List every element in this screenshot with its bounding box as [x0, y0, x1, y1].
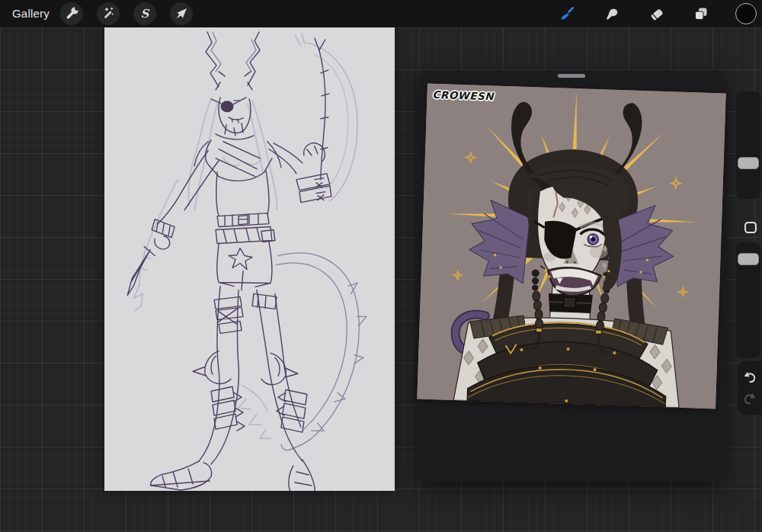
undo-redo-panel — [738, 361, 762, 415]
eraser-icon — [648, 5, 666, 23]
panel-drag-handle[interactable] — [558, 74, 585, 78]
magic-wand-icon — [99, 5, 117, 23]
layers-icon — [692, 5, 710, 23]
brush-size-slider[interactable] — [736, 91, 760, 199]
smudge-finger-icon — [603, 5, 621, 23]
drawing-canvas[interactable] — [104, 27, 395, 491]
reference-artwork — [417, 84, 726, 409]
erase-tool-button[interactable] — [647, 4, 667, 24]
brush-size-handle[interactable] — [738, 157, 759, 169]
color-swatch-circle[interactable] — [735, 3, 757, 24]
undo-button[interactable] — [742, 370, 757, 385]
transform-arrow-icon — [172, 5, 190, 23]
transform-button[interactable] — [170, 2, 193, 25]
artist-watermark: CROWESN — [432, 88, 494, 103]
paint-tool-button[interactable] — [557, 4, 577, 24]
reference-companion-panel[interactable]: CROWESN — [418, 70, 725, 482]
selection-s-icon: S — [136, 5, 154, 23]
wrench-icon — [62, 5, 81, 23]
top-toolbar: Gallery S — [0, 0, 762, 27]
reference-image: CROWESN — [417, 84, 726, 409]
gallery-button[interactable]: Gallery — [12, 7, 50, 20]
actions-button[interactable] — [60, 2, 83, 25]
sketch-eyepatch — [221, 101, 234, 112]
brush-opacity-slider[interactable] — [736, 242, 760, 358]
workspace-background[interactable]: CROWESN — [0, 27, 762, 532]
adjustments-button[interactable] — [97, 2, 120, 25]
modify-button[interactable] — [744, 222, 757, 233]
smudge-tool-button[interactable] — [602, 4, 622, 24]
selection-button[interactable]: S — [133, 2, 156, 25]
layers-button[interactable] — [691, 4, 711, 24]
paintbrush-icon — [558, 5, 576, 23]
procreate-app: Gallery S — [0, 0, 762, 532]
redo-button[interactable] — [742, 391, 757, 406]
brush-opacity-handle[interactable] — [738, 253, 759, 265]
svg-text:S: S — [141, 7, 150, 21]
character-sketch — [104, 27, 395, 491]
